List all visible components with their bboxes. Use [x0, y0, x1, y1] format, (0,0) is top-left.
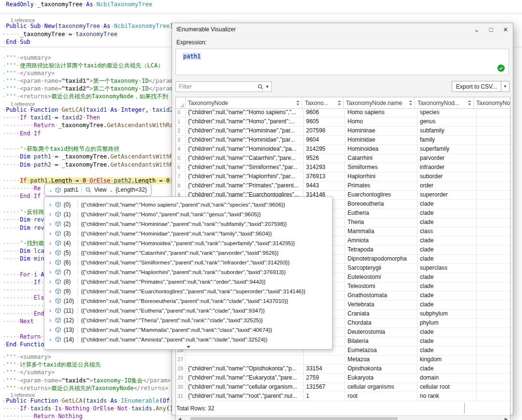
chevron-down-icon[interactable]: ⌄ — [469, 23, 484, 36]
expand-chevron-icon[interactable]: › — [49, 336, 51, 343]
scroll-more-down-icon[interactable] — [187, 346, 190, 348]
popup-item[interactable]: ›(5){{"children":null,"name":"Catarrhini… — [44, 248, 332, 258]
table-cell: Hominoidea — [345, 145, 417, 154]
table-row[interactable]: 5{"children":null,"name":"Catarrhini","p… — [176, 154, 510, 163]
popup-item[interactable]: ›(13){{"children":null,"name":"Mammalia"… — [44, 325, 332, 335]
datatip-pill[interactable]: ⌄ path1 View ⌄ {Length=32} — [44, 184, 151, 196]
column-header[interactable]: TaxonomyNode — [186, 97, 303, 108]
popup-item[interactable]: ›(0){{"children":null,"name":"Homo sapie… — [44, 200, 332, 210]
maximize-icon[interactable]: □ — [484, 23, 498, 36]
code-line: ············· — [2, 302, 48, 309]
table-row[interactable]: 3{"children":null,"name":"Hominidae","pa… — [176, 136, 510, 145]
table-row[interactable]: 8{"children":null,"name":"Primates","par… — [176, 182, 510, 191]
column-header[interactable]: TaxonomyNode.name — [344, 97, 415, 108]
table-cell — [477, 319, 510, 328]
close-icon[interactable]: ✕ — [498, 23, 513, 36]
export-to-csv-button[interactable]: Export to CSV... — [452, 81, 501, 92]
table-row[interactable]: 29{"children":null,"name":"Eukaryota","p… — [176, 374, 510, 383]
expand-chevron-icon[interactable]: › — [49, 326, 51, 333]
table-row[interactable]: 30{"children":null,"name":"cellular orga… — [176, 383, 510, 392]
table-cell — [477, 145, 510, 154]
table-cell: 29 — [176, 374, 186, 382]
popup-item[interactable]: ›(4){{"children":null,"name":"Hominoidea… — [44, 238, 332, 248]
table-cell: 9606 — [304, 108, 345, 117]
expand-chevron-icon[interactable]: › — [49, 316, 51, 324]
scroll-right-icon[interactable] — [505, 418, 508, 420]
table-cell: Eukaryota — [345, 374, 417, 382]
table-row[interactable]: 0{"children":null,"name":"Homo sapiens",… — [176, 108, 510, 118]
item-value: {{"children":null,"name":"Hominoidea","p… — [81, 240, 295, 246]
popup-item[interactable]: ›(8){{"children":null,"name":"Primates",… — [44, 277, 332, 287]
table-row[interactable]: 31{"children":null,"name":"root","parent… — [176, 392, 510, 401]
item-index: (11) — [64, 307, 73, 314]
table-row[interactable]: 6{"children":null,"name":"Simiiformes","… — [176, 163, 510, 172]
column-header[interactable]: TaxonomyNo — [474, 97, 510, 108]
popup-item[interactable]: ›(6){{"children":null,"name":"Simiiforme… — [44, 258, 332, 267]
popup-item[interactable]: ›(2){{"children":null,"name":"Homininae"… — [44, 219, 332, 229]
export-dropdown-icon[interactable]: ▼ — [501, 81, 509, 92]
expand-chevron-icon[interactable]: › — [49, 288, 51, 295]
sort-icon[interactable] — [468, 100, 471, 105]
expand-chevron-icon[interactable]: › — [49, 220, 51, 227]
status-splitter[interactable] — [464, 403, 465, 413]
search-icon[interactable] — [257, 84, 264, 90]
table-row[interactable]: 4{"children":null,"name":"Hominoidea","p… — [176, 145, 510, 154]
table-cell: Eumetazoa — [345, 346, 417, 355]
view-button[interactable]: View — [94, 186, 107, 193]
table-cell: root — [345, 392, 417, 401]
code-line: ·········Re — [2, 185, 40, 192]
horizontal-scrollbar[interactable] — [176, 415, 510, 420]
expand-chevron-icon[interactable]: › — [49, 210, 51, 218]
search-dropdown-icon[interactable]: ▼ — [265, 84, 269, 89]
popup-item[interactable]: ›(9){{"children":null,"name":"Euarchonto… — [44, 287, 332, 296]
expand-chevron-icon[interactable]: › — [49, 239, 51, 247]
table-row[interactable]: 1{"children":null,"name":"Homo","parent"… — [176, 118, 510, 127]
item-value: {{"children":null,"name":"Simiiformes","… — [81, 260, 290, 265]
column-header[interactable]: Taxono... — [302, 97, 343, 108]
dialog-titlebar[interactable]: IEnumerable Visualizer ⌄ □ ✕ — [172, 23, 513, 36]
expand-chevron-icon[interactable]: › — [49, 249, 51, 256]
sort-icon[interactable] — [409, 100, 413, 105]
item-separator — [78, 240, 78, 247]
object-cube-icon — [55, 278, 61, 285]
table-row[interactable]: 27Metazoakingdom — [176, 355, 510, 365]
select-all-corner[interactable] — [176, 97, 186, 108]
expression-input[interactable]: path1 — [175, 49, 509, 75]
table-cell: Metazoa — [345, 355, 417, 364]
expand-chevron-icon[interactable]: › — [49, 259, 51, 266]
popup-item[interactable]: ›(11){{"children":null,"name":"Eutheria"… — [44, 306, 332, 315]
column-header[interactable]: TaxonomyNod... — [415, 97, 474, 108]
table-cell: 3 — [176, 136, 186, 144]
popup-item[interactable]: ›(10){{"children":null,"name":"Boreoeuth… — [44, 296, 332, 306]
table-row[interactable]: 7{"children":null,"name":"Haplorrhini","… — [176, 172, 510, 182]
popup-item[interactable]: ›(14){{"children":null,"name":"Amniota",… — [44, 335, 332, 344]
popup-item[interactable]: ›(7){{"children":null,"name":"Haplorrhin… — [44, 267, 332, 277]
expand-chevron-icon[interactable]: › — [49, 230, 51, 237]
scroll-left-icon[interactable] — [178, 418, 181, 420]
sort-icon[interactable] — [338, 100, 341, 105]
table-cell: Euteleostomi — [345, 273, 417, 282]
sort-icon[interactable] — [296, 100, 300, 105]
table-row[interactable]: 2{"children":null,"name":"Homininae","pa… — [176, 127, 510, 136]
table-cell — [477, 209, 510, 218]
datatip-expansion-popup[interactable]: ›(0){{"children":null,"name":"Homo sapie… — [44, 197, 333, 350]
popup-item[interactable]: ›(1){{"children":null,"name":"Homo","par… — [44, 210, 332, 219]
expand-chevron-icon[interactable]: › — [49, 268, 51, 276]
popup-item[interactable]: ›(3){{"children":null,"name":"Hominidae"… — [44, 229, 332, 238]
popup-item[interactable]: ›(12){{"children":null,"name":"Theria","… — [44, 315, 332, 325]
table-cell: family — [417, 136, 477, 144]
table-cell: Theria — [345, 218, 417, 227]
view-magnifier-icon[interactable] — [85, 187, 92, 193]
item-value: {{"children":null,"name":"Homo sapiens",… — [81, 202, 285, 208]
filter-input[interactable]: Filter ▼ — [175, 81, 272, 92]
item-index: (9) — [64, 288, 71, 295]
scrollbar-thumb[interactable] — [190, 417, 398, 420]
expand-chevron-icon[interactable]: ⌄ — [49, 187, 53, 193]
expand-chevron-icon[interactable]: › — [49, 201, 51, 208]
table-row[interactable]: 28{"children":null,"name":"Opisthokonta"… — [176, 365, 510, 374]
table-cell: Tetrapoda — [345, 246, 417, 254]
expand-chevron-icon[interactable]: › — [49, 307, 51, 314]
view-chevron-icon[interactable]: ⌄ — [109, 187, 113, 193]
expand-chevron-icon[interactable]: › — [49, 297, 51, 304]
expand-chevron-icon[interactable]: › — [49, 278, 51, 285]
